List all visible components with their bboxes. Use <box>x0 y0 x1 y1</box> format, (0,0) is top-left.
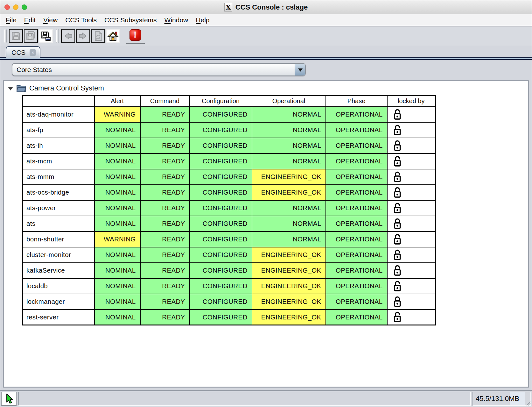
menu-ccs-subsystems[interactable]: CCS Subsystems <box>101 16 161 24</box>
locked-by-cell[interactable] <box>387 232 436 247</box>
phase-state-cell[interactable]: OPERATIONAL <box>326 232 387 247</box>
subsystem-name-cell[interactable]: cluster-monitor <box>23 247 94 263</box>
dropdown-arrow-button[interactable] <box>295 64 305 75</box>
subsystem-name-cell[interactable]: bonn-shutter <box>23 232 94 247</box>
menu-ccs-tools[interactable]: CCS Tools <box>61 16 101 24</box>
configuration-state-cell[interactable]: CONFIGURED <box>190 278 252 294</box>
phase-state-cell[interactable]: OPERATIONAL <box>326 185 387 200</box>
alert-state-cell[interactable]: NOMINAL <box>94 294 140 310</box>
view-selector-dropdown[interactable]: Core States <box>12 63 306 76</box>
phase-state-cell[interactable]: OPERATIONAL <box>326 310 387 325</box>
alert-state-cell[interactable]: NOMINAL <box>94 138 140 154</box>
configuration-state-cell[interactable]: CONFIGURED <box>190 185 252 200</box>
command-state-cell[interactable]: READY <box>140 154 190 169</box>
tab-ccs[interactable]: CCS × <box>6 46 40 58</box>
locked-by-cell[interactable] <box>387 310 436 325</box>
back-button[interactable] <box>61 29 75 43</box>
menu-edit[interactable]: Edit <box>20 16 39 24</box>
locked-by-cell[interactable] <box>387 200 436 216</box>
locked-by-cell[interactable] <box>387 154 436 169</box>
operational-state-cell[interactable]: NORMAL <box>252 200 326 216</box>
alert-state-cell[interactable]: NOMINAL <box>94 310 140 325</box>
cursor-mode-indicator[interactable] <box>1 392 17 406</box>
locked-by-cell[interactable] <box>387 216 436 232</box>
subsystem-name-cell[interactable]: ats-ocs-bridge <box>23 185 94 200</box>
configuration-state-cell[interactable]: CONFIGURED <box>190 154 252 169</box>
operational-state-cell[interactable]: NORMAL <box>252 122 326 138</box>
alert-state-cell[interactable]: NOMINAL <box>94 185 140 200</box>
alert-state-cell[interactable]: WARNING <box>94 107 140 122</box>
command-state-cell[interactable]: READY <box>140 216 190 232</box>
alert-state-cell[interactable]: NOMINAL <box>94 278 140 294</box>
alert-state-cell[interactable]: WARNING <box>94 232 140 247</box>
column-header-configuration[interactable]: Configuration <box>190 96 252 107</box>
locked-by-cell[interactable] <box>387 263 436 278</box>
operational-state-cell[interactable]: ENGINEERING_OK <box>252 310 326 325</box>
refresh-button[interactable] <box>91 29 105 43</box>
subsystem-name-cell[interactable]: ats-ih <box>23 138 94 154</box>
subsystem-name-cell[interactable]: rest-server <box>23 310 94 325</box>
subsystem-name-cell[interactable]: localdb <box>23 278 94 294</box>
command-state-cell[interactable]: READY <box>140 185 190 200</box>
subsystem-name-cell[interactable]: kafkaService <box>23 263 94 278</box>
command-state-cell[interactable]: READY <box>140 200 190 216</box>
command-state-cell[interactable]: READY <box>140 247 190 263</box>
forward-button[interactable] <box>76 29 90 43</box>
close-window-button[interactable] <box>4 4 10 10</box>
subsystem-name-cell[interactable]: ats-mcm <box>23 154 94 169</box>
configuration-state-cell[interactable]: CONFIGURED <box>190 200 252 216</box>
locked-by-cell[interactable] <box>387 169 436 185</box>
subsystem-name-cell[interactable]: ats-mmm <box>23 169 94 185</box>
operational-state-cell[interactable]: ENGINEERING_OK <box>252 247 326 263</box>
save-all-button[interactable] <box>24 29 38 43</box>
alert-state-cell[interactable]: NOMINAL <box>94 200 140 216</box>
locked-by-cell[interactable] <box>387 247 436 263</box>
subsystem-name-cell[interactable]: ats <box>23 216 94 232</box>
column-header-command[interactable]: Command <box>140 96 190 107</box>
command-state-cell[interactable]: READY <box>140 263 190 278</box>
menu-file[interactable]: File <box>2 16 20 24</box>
phase-state-cell[interactable]: OPERATIONAL <box>326 216 387 232</box>
column-header-subsystem[interactable] <box>23 96 94 107</box>
phase-state-cell[interactable]: OPERATIONAL <box>326 107 387 122</box>
configuration-state-cell[interactable]: CONFIGURED <box>190 232 252 247</box>
subsystem-name-cell[interactable]: lockmanager <box>23 294 94 310</box>
zoom-window-button[interactable] <box>22 4 27 10</box>
alert-state-cell[interactable]: NOMINAL <box>94 263 140 278</box>
locked-by-cell[interactable] <box>387 278 436 294</box>
locked-by-cell[interactable] <box>387 122 436 138</box>
tab-close-icon[interactable]: × <box>30 49 36 56</box>
operational-state-cell[interactable]: NORMAL <box>252 216 326 232</box>
locked-by-cell[interactable] <box>387 107 436 122</box>
operational-state-cell[interactable]: ENGINEERING_OK <box>252 294 326 310</box>
locked-by-cell[interactable] <box>387 185 436 200</box>
column-header-alert[interactable]: Alert <box>94 96 140 107</box>
alert-state-cell[interactable]: NOMINAL <box>94 122 140 138</box>
command-state-cell[interactable]: READY <box>140 294 190 310</box>
phase-state-cell[interactable]: OPERATIONAL <box>326 278 387 294</box>
phase-state-cell[interactable]: OPERATIONAL <box>326 263 387 278</box>
resize-grip-icon[interactable] <box>525 400 531 406</box>
alert-state-cell[interactable]: NOMINAL <box>94 169 140 185</box>
command-state-cell[interactable]: READY <box>140 169 190 185</box>
command-state-cell[interactable]: READY <box>140 278 190 294</box>
locked-by-cell[interactable] <box>387 138 436 154</box>
configuration-state-cell[interactable]: CONFIGURED <box>190 169 252 185</box>
menu-window[interactable]: Window <box>161 16 192 24</box>
toolbar-drag-handle[interactable] <box>4 29 7 43</box>
configuration-state-cell[interactable]: CONFIGURED <box>190 107 252 122</box>
operational-state-cell[interactable]: ENGINEERING_OK <box>252 263 326 278</box>
phase-state-cell[interactable]: OPERATIONAL <box>326 122 387 138</box>
tree-node-camera-control-system[interactable]: Camera Control System <box>4 81 528 92</box>
alert-state-cell[interactable]: NOMINAL <box>94 216 140 232</box>
alert-state-cell[interactable]: NOMINAL <box>94 154 140 169</box>
configuration-state-cell[interactable]: CONFIGURED <box>190 294 252 310</box>
phase-state-cell[interactable]: OPERATIONAL <box>326 247 387 263</box>
operational-state-cell[interactable]: NORMAL <box>252 232 326 247</box>
toolbar-drag-handle[interactable] <box>56 29 59 43</box>
alert-state-cell[interactable]: NOMINAL <box>94 247 140 263</box>
phase-state-cell[interactable]: OPERATIONAL <box>326 138 387 154</box>
column-header-locked-by[interactable]: locked by <box>387 96 436 107</box>
command-state-cell[interactable]: READY <box>140 310 190 325</box>
collapse-triangle-icon[interactable] <box>8 87 13 90</box>
